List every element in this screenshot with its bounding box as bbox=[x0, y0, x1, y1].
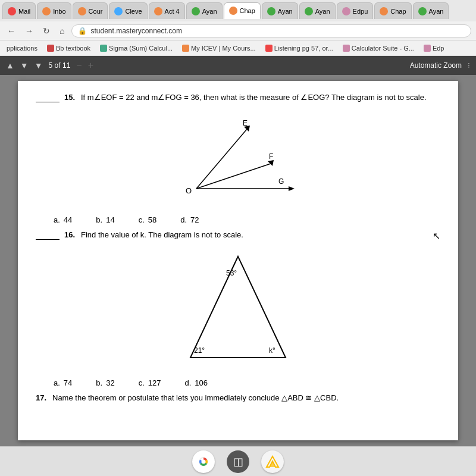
q15-c-value: 58 bbox=[148, 215, 156, 224]
bookmark-icon bbox=[182, 45, 189, 52]
tab-cour[interactable]: Cour bbox=[73, 2, 108, 19]
pdf-zoom-chevron[interactable]: ⁝ bbox=[468, 61, 470, 70]
bookmark-icon bbox=[343, 45, 350, 52]
tab-icon bbox=[267, 7, 275, 15]
bookmark-calc[interactable]: Calculator Suite - G... bbox=[340, 43, 417, 53]
bookmark-label: Sigma (Sum) Calcul... bbox=[109, 45, 173, 52]
tab-cleve[interactable]: Cleve bbox=[109, 2, 147, 19]
q15-blank bbox=[36, 93, 60, 102]
tab-icon bbox=[114, 7, 123, 15]
question-17-container: 17. Name the theorem or postulate that l… bbox=[36, 393, 440, 402]
tab-bar: Mail Inbo Cour Cleve Act 4 Ayan Chap Ay bbox=[0, 0, 476, 21]
pdf-page-total: 11 bbox=[62, 61, 70, 70]
tab-inbox[interactable]: Inbo bbox=[37, 2, 71, 19]
browser-window: Mail Inbo Cour Cleve Act 4 Ayan Chap Ay bbox=[0, 0, 476, 476]
tab-label: Ayan bbox=[278, 8, 293, 15]
tab-chap-active[interactable]: Chap bbox=[224, 2, 261, 19]
pdf-zoom-label[interactable]: Automatic Zoom bbox=[410, 61, 462, 70]
tab-icon bbox=[418, 7, 427, 15]
pdf-page-info: 5 of 11 bbox=[49, 61, 71, 70]
tab-chap2[interactable]: Chap bbox=[374, 2, 411, 19]
bookmark-label: Calculator Suite - G... bbox=[352, 45, 414, 52]
tab-label: Inbo bbox=[53, 8, 65, 15]
drive-icon[interactable] bbox=[261, 450, 284, 473]
svg-marker-1 bbox=[289, 186, 295, 191]
tab-ayan2[interactable]: Ayan bbox=[262, 2, 298, 19]
dock-bar: ◫ bbox=[0, 446, 476, 476]
q15-choice-c: c. 58 bbox=[139, 215, 157, 224]
drive-logo bbox=[265, 455, 280, 468]
q15-b-value: 14 bbox=[106, 215, 114, 224]
q16-choice-a: a. 74 bbox=[54, 378, 72, 387]
q16-choices: a. 74 b. 32 c. 127 d. 106 bbox=[54, 378, 422, 387]
tab-icon bbox=[8, 7, 16, 15]
forward-button[interactable]: → bbox=[23, 25, 36, 37]
q16-choice-b: b. 32 bbox=[96, 378, 114, 387]
tab-mail[interactable]: Mail bbox=[2, 2, 36, 19]
photos-icon[interactable]: ◫ bbox=[227, 450, 249, 473]
bookmark-sigma[interactable]: Sigma (Sum) Calcul... bbox=[97, 43, 176, 53]
triangle-svg: 53° 21° k° bbox=[173, 250, 303, 369]
tab-edpu[interactable]: Edpu bbox=[337, 2, 374, 19]
q15-a-letter: a. bbox=[54, 215, 60, 224]
address-bar: ← → ↻ ⌂ 🔒 student.masteryconnect.com bbox=[0, 21, 476, 40]
pdf-next-button[interactable]: ▼ bbox=[20, 61, 29, 70]
tab-act4[interactable]: Act 4 bbox=[149, 2, 185, 19]
bookmark-bb[interactable]: Bb textbook bbox=[44, 43, 93, 53]
pdf-down-button[interactable]: ▼ bbox=[35, 61, 43, 70]
bookmark-label: My ICEV | My Cours... bbox=[191, 45, 256, 52]
tab-ayan3[interactable]: Ayan bbox=[299, 2, 336, 19]
label-F: F bbox=[269, 152, 273, 161]
tab-ayan4[interactable]: Ayan bbox=[413, 2, 449, 19]
photos-symbol: ◫ bbox=[233, 455, 243, 468]
tab-ayan1[interactable]: Ayan bbox=[186, 2, 223, 19]
cursor-arrow: ↖ bbox=[433, 230, 440, 242]
back-button[interactable]: ← bbox=[5, 25, 18, 37]
tab-icon bbox=[229, 7, 237, 15]
bookmark-label: Edp bbox=[433, 45, 444, 52]
q16-blank bbox=[36, 230, 60, 240]
q15-diagram: O E F G bbox=[36, 111, 440, 206]
q16-choice-d: d. 106 bbox=[184, 378, 208, 387]
q16-a-value: 74 bbox=[64, 378, 72, 387]
pdf-prev-button[interactable]: ▲ bbox=[6, 61, 14, 70]
pdf-page-current: 5 bbox=[49, 61, 53, 70]
tab-label: Cleve bbox=[125, 8, 142, 15]
bookmark-edp[interactable]: Edp bbox=[421, 43, 447, 53]
tab-label: Ayan bbox=[429, 8, 444, 15]
q16-b-letter: b. bbox=[96, 378, 102, 387]
tab-icon bbox=[154, 7, 162, 15]
tab-label: Mail bbox=[18, 8, 30, 15]
q16-d-value: 106 bbox=[195, 378, 208, 387]
bookmark-label: pplications bbox=[7, 45, 37, 52]
q16-b-value: 32 bbox=[106, 378, 114, 387]
q15-text: If m∠EOF = 22 and m∠FOG = 36, then what … bbox=[81, 93, 440, 102]
tab-label: Cour bbox=[89, 8, 103, 15]
main-content-area: 15. If m∠EOF = 22 and m∠FOG = 36, then w… bbox=[0, 75, 476, 446]
tab-icon bbox=[78, 7, 86, 15]
label-G: G bbox=[278, 177, 284, 186]
refresh-button[interactable]: ↻ bbox=[40, 25, 52, 37]
bookmark-icev[interactable]: My ICEV | My Cours... bbox=[179, 43, 259, 53]
pdf-page: 15. If m∠EOF = 22 and m∠FOG = 36, then w… bbox=[18, 81, 458, 440]
svg-marker-6 bbox=[190, 256, 286, 358]
bookmark-icon bbox=[424, 45, 431, 52]
q16-d-letter: d. bbox=[184, 378, 191, 387]
chrome-logo bbox=[196, 454, 211, 469]
google-chrome-icon[interactable] bbox=[192, 450, 215, 473]
pdf-separator: − bbox=[76, 60, 82, 71]
url-input[interactable]: 🔒 student.masteryconnect.com bbox=[71, 24, 471, 37]
home-button[interactable]: ⌂ bbox=[57, 25, 67, 37]
question-15-container: 15. If m∠EOF = 22 and m∠FOG = 36, then w… bbox=[36, 93, 440, 102]
bookmark-icon bbox=[47, 45, 54, 52]
angle-diagram: O E F G bbox=[178, 111, 298, 206]
q16-choice-c: c. 127 bbox=[139, 378, 161, 387]
q15-choice-b: b. 14 bbox=[96, 215, 114, 224]
tab-icon bbox=[380, 7, 388, 15]
tab-label: Act 4 bbox=[165, 8, 180, 15]
q15-d-value: 72 bbox=[190, 215, 199, 224]
bookmark-label: Bb textbook bbox=[56, 45, 90, 52]
bookmark-listening[interactable]: Listening pg 57, or... bbox=[262, 43, 336, 53]
q16-text: Find the value of k. The diagram is not … bbox=[81, 230, 404, 239]
bookmark-apps[interactable]: pplications bbox=[4, 43, 40, 53]
